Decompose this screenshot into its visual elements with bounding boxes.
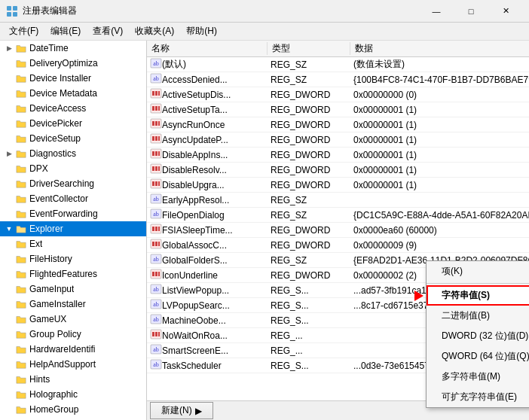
table-row[interactable]: DisableUpgra...REG_DWORD0x00000001 (1) [147,178,529,193]
tree-arrow-icon [3,72,15,84]
tree-item-devicemetadata[interactable]: Device Metadata [0,86,146,101]
svg-rect-30 [155,166,157,171]
reg-value-icon [150,133,162,146]
table-row[interactable]: ab AccessDenied...REG_SZ{100B4FC8-74C1-4… [147,72,529,87]
cell-data: 0x00000001 (1) [350,105,529,115]
tree-item-flightedfeatures[interactable]: FlightedFeatures [0,266,146,282]
tree-arrow-icon [3,313,15,325]
folder-icon [15,72,27,84]
cell-name-text: ActiveSetupDis... [162,90,231,100]
tree-item-dpx[interactable]: DPX [0,161,146,176]
tree-item-deviceaccess[interactable]: DeviceAccess [0,101,146,116]
table-row[interactable]: FSIASleepTime...REG_DWORD0x0000ea60 (600… [147,223,529,238]
maximize-button[interactable]: □ [454,0,488,23]
cell-data: 0x00000001 (1) [350,165,529,175]
menu-item-a[interactable]: 收藏夹(A) [129,23,180,39]
tree-item-ext[interactable]: Ext [0,236,146,251]
context-menu-separator [427,283,529,284]
cell-type: REG_DWORD [268,105,350,115]
table-row[interactable]: AsyncUpdateP...REG_DWORD0x00000001 (1) [147,132,529,148]
context-menu-item-e[interactable]: 可扩充字符串值(E) [427,387,529,407]
tree-item-deliveryoptimiza[interactable]: DeliveryOptimiza [0,56,146,71]
tree-item-label: DriverSearching [29,178,94,189]
tree-item-explorer[interactable]: ▼ Explorer [0,221,146,236]
svg-text:ab: ab [153,361,159,368]
table-row[interactable]: ab FileOpenDialogREG_SZ{DC1C5A9C-E88A-4d… [147,208,529,223]
tree-item-devicesetup[interactable]: DeviceSetup [0,131,146,146]
minimize-button[interactable]: — [419,0,454,23]
menu-item-h[interactable]: 帮助(H) [180,23,223,39]
tree-item-hardwareidentifi[interactable]: HardwareIdentifi [0,342,146,357]
context-menu-item-m[interactable]: 多字符串值(M) [427,367,529,387]
registry-tree[interactable]: ▶ DateTime DeliveryOptimiza Device Insta… [0,41,147,420]
table-row[interactable]: DisableAppIns...REG_DWORD0x00000001 (1) [147,148,529,163]
tree-item-label: DateTime [29,43,69,53]
tree-item-helpandsupport[interactable]: HelpAndSupport [0,357,146,372]
context-menu-item-b[interactable]: 二进制值(B) [427,306,529,326]
cell-type: REG_S... [268,361,350,371]
table-row[interactable]: DisableResolv...REG_DWORD0x00000001 (1) [147,163,529,178]
svg-rect-29 [152,166,154,171]
svg-rect-19 [158,121,160,126]
tree-item-holographic[interactable]: Holographic [0,387,146,402]
cell-type: REG_... [268,330,350,341]
tree-item-diagnostics[interactable]: ▶ Diagnostics [0,146,146,161]
table-row[interactable]: AsyncRunOnceREG_DWORD0x00000001 (1) [147,117,529,132]
tree-arrow-icon [3,253,15,265]
tree-item-datetime[interactable]: ▶ DateTime [0,41,146,56]
tree-arrow-icon [3,208,15,220]
context-menu-parent-item[interactable]: 项(K) [427,261,529,282]
cell-type: REG_DWORD [268,150,350,160]
tree-item-gameinput[interactable]: GameInput [0,282,146,297]
tree-item-gameux[interactable]: GameUX [0,312,146,327]
folder-icon [15,268,27,280]
menu-item-v[interactable]: 查看(V) [87,23,129,39]
tree-item-eventforwarding[interactable]: EventForwarding [0,206,146,221]
cell-data: {DC1C5A9C-E88A-4dde-A5A1-60F82A20AEF [350,210,529,221]
menu-item-e[interactable]: 编辑(E) [44,23,87,39]
context-menu-item-s[interactable]: 字符串值(S) [427,285,529,306]
table-row[interactable]: ab (默认)REG_SZ(数值未设置) [147,57,529,72]
svg-rect-27 [158,151,160,156]
tree-item-gameinstaller[interactable]: GameInstaller [0,297,146,312]
table-row[interactable]: ActiveSetupTa...REG_DWORD0x00000001 (1) [147,102,529,117]
svg-rect-13 [152,106,154,111]
tree-item-label: DevicePicker [29,118,82,129]
cell-name: ab FileOpenDialog [147,208,268,221]
cell-name: ActiveSetupTa... [147,103,268,116]
table-row[interactable]: ab EarlyAppResol...REG_SZ [147,193,529,208]
context-menu-item-dword32d[interactable]: DWORD (32 位)值(D) [427,326,529,346]
cell-data: 0x00000001 (1) [350,120,529,130]
tree-arrow-icon [3,343,15,355]
cell-type: REG_DWORD [268,165,350,175]
tree-item-deviceinstaller[interactable]: Device Installer [0,71,146,86]
menu-item-f[interactable]: 文件(F) [3,23,44,39]
cell-name: ab GlobalFolderS... [147,254,268,266]
new-button-arrow: ▶ [195,406,202,416]
cell-data: 0x00000000 (0) [350,90,529,100]
tree-item-devicepicker[interactable]: DevicePicker [0,116,146,131]
cell-name: DisableAppIns... [147,148,268,161]
tree-item-grouppolicy[interactable]: Group Policy [0,327,146,342]
context-menu-item-qword64q[interactable]: QWORD (64 位)值(Q) [427,346,529,367]
svg-text:ab: ab [153,346,159,353]
tree-item-filehistory[interactable]: FileHistory [0,251,146,266]
svg-rect-31 [158,166,160,171]
tree-item-homegroup[interactable]: HomeGroup [0,402,146,417]
close-button[interactable]: ✕ [488,0,523,23]
tree-item-driversearching[interactable]: DriverSearching [0,176,146,191]
reg-value-icon: ab [150,208,162,221]
table-row[interactable]: ActiveSetupDis...REG_DWORD0x00000000 (0) [147,87,529,102]
tree-arrow-icon [3,403,15,415]
cell-name: ab LVPopupSearc... [147,299,268,312]
cell-name: GlobalAssocC... [147,239,268,251]
folder-icon [15,343,27,355]
tree-item-hints[interactable]: Hints [0,372,146,387]
tree-item-label: HomeGroup [29,404,78,415]
svg-rect-11 [158,91,160,96]
folder-icon [15,298,27,310]
table-row[interactable]: GlobalAssocC...REG_DWORD0x00000009 (9) [147,238,529,253]
tree-item-eventcollector[interactable]: EventCollector [0,191,146,206]
new-button[interactable]: 新建(N) ▶ [150,402,213,419]
reg-value-icon: ab [150,73,162,86]
